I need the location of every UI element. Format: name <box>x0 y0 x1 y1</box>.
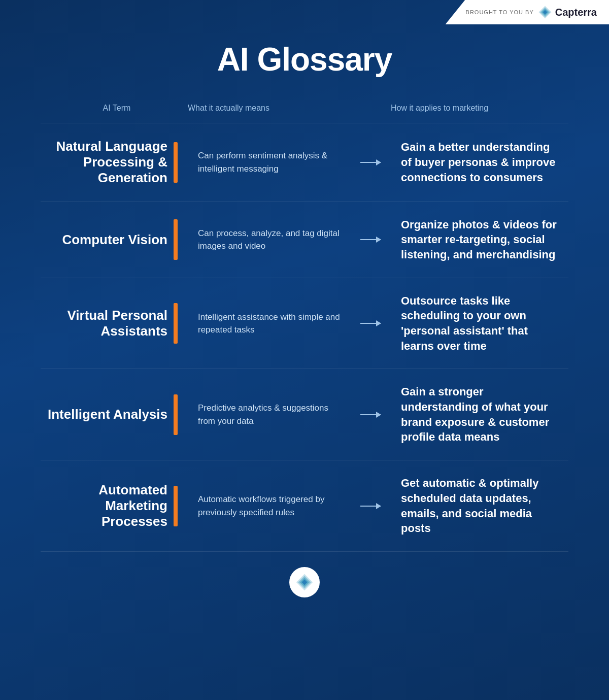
capterra-name: Capterra <box>555 7 597 18</box>
ai-term-col: Virtual Personal Assistants <box>46 303 188 344</box>
col-header-meaning: What it actually means <box>188 104 350 113</box>
glossary-row: Automated Marketing Processes Automatic … <box>41 460 568 552</box>
col-header-marketing: How it applies to marketing <box>391 104 563 113</box>
term-label: Automated Marketing Processes <box>46 482 167 530</box>
orange-bar <box>174 219 178 260</box>
footer-section <box>41 552 568 608</box>
arrow-col <box>350 239 391 240</box>
arrow-line <box>360 323 381 324</box>
orange-bar <box>174 394 178 435</box>
col-header-term: AI Term <box>46 104 188 113</box>
glossary-row: Virtual Personal Assistants Intelligent … <box>41 278 568 369</box>
arrow-col <box>350 506 391 507</box>
ai-marketing-col: Organize photos & videos for smarter re-… <box>391 217 563 262</box>
page-wrapper: AI Glossary AI Term What it actually mea… <box>0 0 609 638</box>
ai-meaning-col: Intelligent assistance with simple and r… <box>188 311 350 337</box>
orange-bar <box>174 486 178 526</box>
ai-term-col: Automated Marketing Processes <box>46 482 188 530</box>
arrow-icon <box>360 239 381 240</box>
term-label: Natural Language Processing & Generation <box>46 139 167 186</box>
ai-term-col: Intelligent Analysis <box>46 394 188 435</box>
capterra-banner: BROUGHT TO YOU BY Capterra <box>446 0 609 24</box>
ai-marketing-col: Gain a better understanding of buyer per… <box>391 140 563 185</box>
arrow-icon <box>360 162 381 163</box>
ai-meaning-col: Can perform sentiment analysis & intelli… <box>188 149 350 175</box>
arrow-line <box>360 414 381 415</box>
ai-meaning-col: Can process, analyze, and tag digital im… <box>188 227 350 253</box>
arrow-icon <box>360 414 381 415</box>
capterra-logo: Capterra <box>538 5 597 19</box>
column-headers: AI Term What it actually means How it ap… <box>41 104 568 113</box>
ai-marketing-col: Outsource tasks like scheduling to your … <box>391 293 563 354</box>
ai-term-col: Natural Language Processing & Generation <box>46 139 188 186</box>
arrow-line <box>360 239 381 240</box>
arrow-col <box>350 162 391 163</box>
capterra-diamond-icon <box>538 5 552 19</box>
ai-marketing-col: Get automatic & optimally scheduled data… <box>391 476 563 536</box>
term-label: Virtual Personal Assistants <box>46 308 167 339</box>
ai-marketing-col: Gain a stronger understanding of what yo… <box>391 384 563 445</box>
glossary-row: Natural Language Processing & Generation… <box>41 123 568 202</box>
arrow-col <box>350 414 391 415</box>
orange-bar <box>174 303 178 344</box>
arrow-icon <box>360 506 381 507</box>
glossary-row: Intelligent Analysis Predictive analytic… <box>41 369 568 460</box>
arrow-col <box>350 323 391 324</box>
arrow-icon <box>360 323 381 324</box>
ai-meaning-col: Predictive analytics & suggestions from … <box>188 402 350 427</box>
brought-to-you-label: BROUGHT TO YOU BY <box>466 9 534 15</box>
ai-meaning-col: Automatic workflows triggered by previou… <box>188 493 350 519</box>
col-header-arrow-spacer <box>350 104 391 113</box>
orange-bar <box>174 142 178 183</box>
capterra-footer-diamond-icon <box>295 573 314 591</box>
rows-container: Natural Language Processing & Generation… <box>41 123 568 552</box>
ai-term-col: Computer Vision <box>46 219 188 260</box>
term-label: Computer Vision <box>62 232 167 248</box>
term-label: Intelligent Analysis <box>48 407 167 422</box>
arrow-line <box>360 506 381 507</box>
footer-capterra-icon <box>289 567 320 597</box>
glossary-row: Computer Vision Can process, analyze, an… <box>41 202 568 278</box>
arrow-line <box>360 162 381 163</box>
